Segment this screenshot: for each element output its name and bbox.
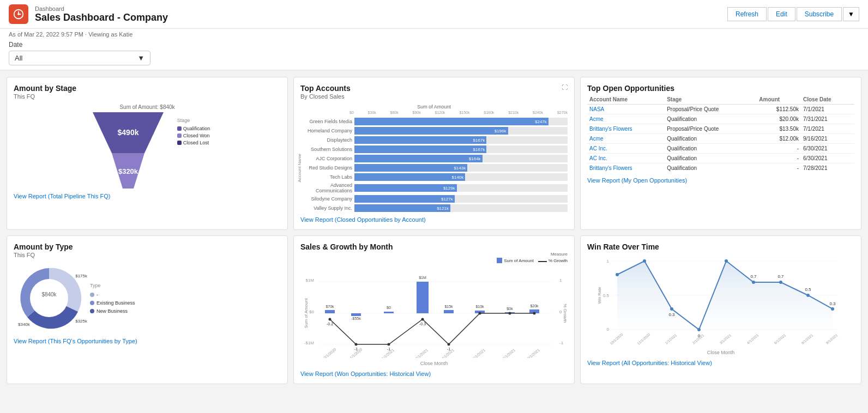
date-filter[interactable]: All ▼ (9, 51, 150, 65)
bar-fill: $140k (354, 173, 465, 181)
card-amount-by-stage: Amount by Stage This FQ Sum of Amount: $… (7, 77, 288, 230)
svg-text:1: 1 (607, 259, 610, 264)
svg-point-65 (670, 307, 673, 311)
opp-account-name[interactable]: Brittany's Flowers (587, 163, 665, 173)
sales-growth-report-link[interactable]: View Report (Won Opportunities: Historic… (300, 371, 568, 377)
header-left: Dashboard Sales Dashboard - Company (9, 4, 168, 24)
header-actions: Refresh Edit Subscribe ▼ (727, 7, 859, 21)
opp-account-name[interactable]: AC Inc. (587, 154, 665, 163)
subscribe-button[interactable]: Subscribe (797, 7, 842, 21)
donut-chart: $840k $175k $325k $340k (14, 263, 85, 333)
svg-point-64 (643, 259, 646, 263)
bar-row: Valley Supply Inc. $121k (300, 204, 568, 212)
refresh-button[interactable]: Refresh (727, 7, 767, 21)
funnel-chart: $490k $320k Stage Qualification (14, 112, 281, 189)
opp-account-name[interactable]: NASA (587, 105, 665, 114)
opp-amount: - (757, 144, 801, 154)
bar-track: $196k (354, 127, 568, 135)
opp-account-name[interactable]: Acme (587, 114, 665, 124)
opp-close-date: 9/16/2021 (801, 134, 854, 144)
svg-point-1 (17, 13, 20, 15)
opp-amount: $13.50k (757, 124, 801, 134)
top-open-opp-report-link[interactable]: View Report (My Open Opportunities) (587, 177, 854, 184)
svg-point-70 (752, 281, 755, 284)
opp-stage: Qualification (665, 144, 757, 154)
sub-header: As of Mar 22, 2022 9:57 PM · Viewing as … (0, 29, 868, 70)
svg-text:0.3: 0.3 (668, 312, 675, 317)
opp-account-name[interactable]: Acme (587, 134, 665, 144)
table-row: AC Inc. Qualification - 6/30/2021 (587, 144, 854, 154)
bar-fill: $164k (354, 155, 483, 162)
bar-sum-label: Sum of Amount (300, 104, 568, 110)
top-accounts-subtitle: By Closed Sales (300, 93, 351, 100)
table-row: Brittany's Flowers Proposal/Price Quote … (587, 124, 854, 134)
bar-name: Silodyne Company (300, 196, 352, 202)
legend-closed-lost-dot (177, 141, 182, 145)
col-stage: Stage (665, 95, 757, 105)
opp-account-name[interactable]: Brittany's Flowers (587, 124, 665, 134)
bar-name: Green Fields Media (300, 119, 352, 124)
col-close-date: Close Date (801, 95, 854, 105)
win-rate-report-link[interactable]: View Report (All Opportunities: Historic… (587, 360, 854, 366)
svg-point-63 (616, 273, 619, 276)
svg-text:$0k: $0k (507, 307, 513, 311)
legend-dash: - (90, 292, 135, 297)
legend-closed-won-label: Closed Won (183, 133, 210, 138)
expand-icon[interactable]: ⛶ (562, 84, 568, 90)
amount-type-title: Amount by Type (14, 242, 281, 251)
amount-type-report-link[interactable]: View Report (This FQ's Opportunities by … (14, 338, 281, 344)
opp-stage: Qualification (665, 163, 757, 173)
opp-amount: - (757, 163, 801, 173)
amount-stage-title: Amount by Stage (14, 84, 281, 93)
svg-text:3/1/2021: 3/1/2021 (719, 333, 732, 345)
svg-text:-0.2: -0.2 (327, 322, 333, 326)
bar-track: $247k (354, 118, 568, 125)
bar-fill: $247k (354, 118, 548, 125)
bar-name: Tech Labs (300, 174, 352, 180)
bar-value: $121k (437, 206, 449, 211)
top-accounts-title: Top Accounts (300, 84, 351, 93)
svg-text:-1: -1 (559, 341, 564, 345)
donut-chart-container: $840k $175k $325k $340k Type - Existing … (14, 263, 281, 333)
wr-x-axis-label: Close Month (587, 350, 854, 355)
legend-closed-lost-label: Closed Lost (183, 140, 209, 145)
svg-text:0.5: 0.5 (603, 293, 610, 298)
amount-stage-subtitle: This FQ (14, 93, 281, 100)
opp-close-date: 7/1/2021 (801, 124, 854, 134)
bar-fill: $167k (354, 145, 486, 153)
svg-marker-62 (617, 261, 833, 330)
card-win-rate: Win Rate Over Time 1 0.5 0 (580, 235, 861, 384)
svg-text:11/1/2020: 11/1/2020 (636, 332, 651, 345)
bar-track: $167k (354, 145, 568, 153)
table-row: NASA Proposal/Price Quote $112.50k 7/1/2… (587, 105, 854, 114)
svg-rect-21 (384, 312, 394, 313)
bar-row: Southern Solutions $167k (300, 145, 568, 153)
legend-new-business: New Business (90, 308, 135, 314)
dashboard: Amount by Stage This FQ Sum of Amount: $… (0, 70, 868, 391)
more-actions-button[interactable]: ▼ (843, 7, 859, 21)
sales-growth-svg: $1M $0 -$1M 1 0 -1 $70k -$55k (300, 265, 568, 358)
table-header-row: Account Name Stage Amount Close Date (587, 95, 854, 105)
sales-growth-chart: $1M $0 -$1M 1 0 -1 $70k -$55k (300, 265, 568, 360)
svg-text:$0: $0 (387, 306, 391, 309)
opp-stage: Qualification (665, 114, 757, 124)
svg-text:0.5: 0.5 (805, 287, 811, 292)
app-icon (9, 4, 28, 24)
svg-point-37 (388, 343, 390, 346)
amount-stage-report-link[interactable]: View Report (Total Pipeline This FQ) (14, 193, 281, 199)
top-accounts-report-link[interactable]: View Report (Closed Opportunities by Acc… (300, 216, 568, 223)
opp-close-date: 7/31/2021 (801, 114, 854, 124)
svg-rect-17 (325, 310, 335, 313)
svg-point-45 (533, 312, 536, 315)
edit-button[interactable]: Edit (768, 7, 795, 21)
bar-fill: $167k (354, 136, 486, 144)
amount-stage-sum: Sum of Amount: $840k (14, 104, 281, 110)
opp-account-name[interactable]: AC Inc. (587, 144, 665, 154)
bar-name: Valley Supply Inc. (300, 205, 352, 211)
bar-fill: $121k (354, 204, 450, 212)
legend-qualification-label: Qualification (183, 126, 210, 131)
svg-text:6/1/2021: 6/1/2021 (773, 333, 786, 345)
opp-stage: Qualification (665, 134, 757, 144)
bar-value: $127k (441, 197, 453, 202)
bar-name: AJC Corporation (300, 156, 352, 161)
